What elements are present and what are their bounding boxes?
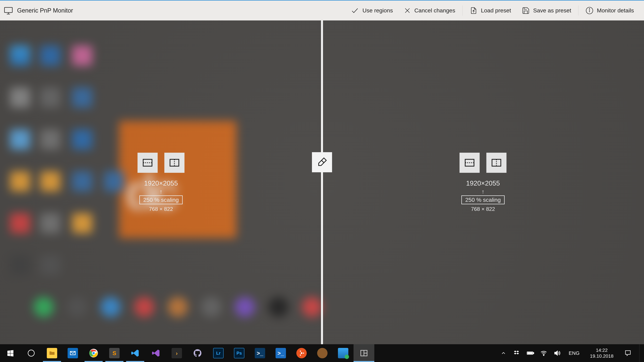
cancel-changes-label: Cancel changes bbox=[414, 7, 455, 14]
svg-point-8 bbox=[589, 8, 590, 9]
region-left[interactable]: 1920×2055 ↑ 250 % scaling 768 × 822 bbox=[0, 20, 322, 344]
powershell-icon: >_ bbox=[276, 348, 286, 358]
use-regions-button[interactable]: Use regions bbox=[345, 0, 398, 21]
eraser-handle[interactable] bbox=[312, 152, 332, 172]
svg-point-25 bbox=[300, 355, 301, 356]
region-overlay-left: 1920×2055 ↑ 250 % scaling 768 × 822 bbox=[138, 153, 184, 212]
action-center-button[interactable] bbox=[622, 344, 634, 362]
taskbar-app-github[interactable] bbox=[187, 344, 208, 362]
region-resolution: 1920×2055 bbox=[466, 179, 500, 187]
start-button[interactable] bbox=[0, 344, 21, 362]
github-icon bbox=[192, 348, 203, 358]
split-horizontal-button[interactable] bbox=[460, 153, 480, 173]
taskbar-app-plex[interactable]: › bbox=[166, 344, 187, 362]
plex-icon: › bbox=[172, 348, 182, 358]
dropbox-icon[interactable] bbox=[513, 344, 521, 362]
monitor-details-button[interactable]: Monitor details bbox=[580, 0, 639, 21]
split-horizontal-button[interactable] bbox=[138, 153, 158, 173]
folder-icon bbox=[47, 348, 57, 358]
monitor-title: Generic PnP Monitor bbox=[17, 7, 73, 14]
arrow-up-icon: ↑ bbox=[160, 189, 162, 194]
svg-rect-0 bbox=[4, 7, 12, 12]
regions-app-icon bbox=[359, 348, 369, 358]
windows-icon bbox=[5, 348, 16, 358]
battery-icon[interactable] bbox=[526, 344, 534, 362]
system-tray: ENG 14:22 19.10.2018 bbox=[499, 344, 644, 362]
taskbar-app-chrome[interactable] bbox=[83, 344, 104, 362]
load-preset-button[interactable]: Load preset bbox=[464, 0, 516, 21]
volume-icon[interactable] bbox=[553, 344, 561, 362]
sublime-icon: S bbox=[109, 348, 120, 358]
save-preset-button[interactable]: Save as preset bbox=[516, 0, 576, 21]
workarea: dc bbox=[0, 20, 644, 344]
toolbar: Generic PnP Monitor Use regions Cancel c… bbox=[0, 0, 644, 20]
split-vertical-button[interactable] bbox=[486, 153, 506, 173]
monitor-icon bbox=[4, 6, 13, 15]
cancel-changes-button[interactable]: Cancel changes bbox=[398, 0, 461, 21]
vscode-icon bbox=[130, 348, 140, 358]
split-vertical-button[interactable] bbox=[164, 153, 184, 173]
region-right[interactable]: 1920×2055 ↑ 250 % scaling 768 × 822 bbox=[322, 20, 644, 344]
ubuntu-icon bbox=[296, 348, 307, 358]
save-preset-icon bbox=[522, 6, 530, 14]
tray-overflow-button[interactable] bbox=[499, 344, 508, 362]
toolbar-separator bbox=[462, 5, 462, 15]
region-resolution: 1920×2055 bbox=[144, 179, 178, 187]
app-icon bbox=[338, 348, 348, 358]
arrow-up-icon: ↑ bbox=[482, 189, 484, 194]
tray-time: 14:22 bbox=[596, 347, 608, 353]
taskbar-app-vscode[interactable] bbox=[125, 344, 146, 362]
chrome-icon bbox=[88, 348, 99, 358]
info-icon bbox=[586, 6, 594, 14]
region-scaling[interactable]: 250 % scaling bbox=[139, 195, 183, 204]
region-scaled-resolution: 768 × 822 bbox=[471, 206, 495, 212]
svg-rect-31 bbox=[528, 353, 532, 354]
powershell-icon: >_ bbox=[255, 348, 265, 358]
use-regions-label: Use regions bbox=[362, 7, 393, 14]
svg-point-23 bbox=[303, 353, 304, 354]
svg-marker-33 bbox=[554, 351, 558, 355]
taskbar-app-visualstudio[interactable] bbox=[146, 344, 166, 362]
taskbar-app-misc2[interactable] bbox=[333, 344, 354, 362]
photoshop-icon: Ps bbox=[234, 348, 244, 358]
region-scaled-resolution: 768 × 822 bbox=[149, 206, 173, 212]
svg-point-22 bbox=[301, 352, 302, 354]
taskbar-app-lightroom[interactable]: Lr bbox=[208, 344, 229, 362]
lightroom-icon: Lr bbox=[213, 348, 224, 358]
taskbar-app-powershell2[interactable]: >_ bbox=[270, 344, 291, 362]
visualstudio-icon bbox=[151, 348, 161, 358]
region-overlay-right: 1920×2055 ↑ 250 % scaling 768 × 822 bbox=[460, 153, 506, 212]
svg-point-32 bbox=[544, 355, 544, 356]
taskbar-app-current[interactable] bbox=[354, 344, 374, 362]
svg-point-24 bbox=[300, 351, 301, 352]
tray-date: 19.10.2018 bbox=[590, 353, 614, 359]
taskbar-app-photoshop[interactable]: Ps bbox=[229, 344, 250, 362]
tray-language[interactable]: ENG bbox=[566, 350, 582, 356]
app-icon bbox=[317, 348, 328, 358]
load-preset-label: Load preset bbox=[481, 7, 511, 14]
svg-line-17 bbox=[322, 160, 324, 163]
close-icon bbox=[404, 7, 411, 14]
region-divider[interactable] bbox=[321, 20, 323, 344]
cortana-button[interactable] bbox=[21, 344, 42, 362]
show-desktop-button[interactable] bbox=[639, 344, 642, 362]
taskbar-app-powershell1[interactable]: >_ bbox=[250, 344, 270, 362]
circle-icon bbox=[26, 348, 36, 358]
load-preset-icon bbox=[470, 6, 478, 14]
taskbar-app-ubuntu[interactable] bbox=[291, 344, 312, 362]
taskbar-app-mail[interactable] bbox=[62, 344, 83, 362]
mail-icon bbox=[68, 348, 78, 358]
taskbar-app-explorer[interactable] bbox=[42, 344, 62, 362]
check-icon bbox=[351, 6, 359, 15]
wifi-icon[interactable] bbox=[540, 344, 548, 362]
monitor-details-label: Monitor details bbox=[597, 7, 634, 14]
svg-rect-11 bbox=[170, 159, 179, 166]
svg-rect-30 bbox=[533, 353, 534, 354]
region-scaling[interactable]: 250 % scaling bbox=[461, 195, 505, 204]
toolbar-separator bbox=[578, 5, 578, 15]
taskbar: S › Lr Ps >_ >_ bbox=[0, 344, 644, 362]
taskbar-app-misc1[interactable] bbox=[312, 344, 333, 362]
save-preset-label: Save as preset bbox=[533, 7, 571, 14]
tray-clock[interactable]: 14:22 19.10.2018 bbox=[587, 347, 616, 359]
taskbar-app-sublime[interactable]: S bbox=[104, 344, 125, 362]
